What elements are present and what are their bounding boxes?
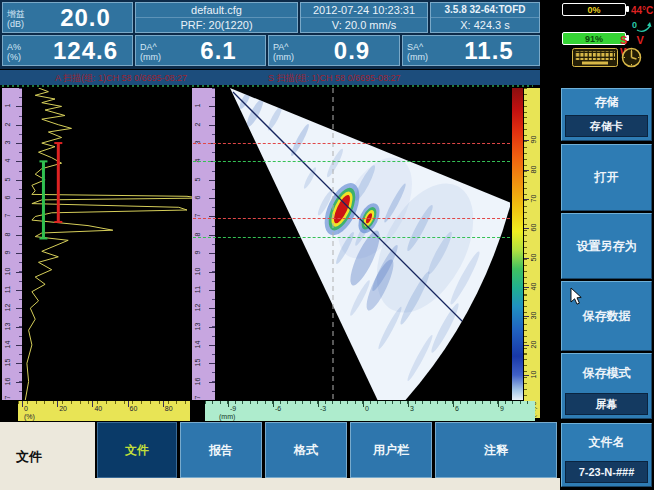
file-name-value[interactable]: 7-23-N-### xyxy=(565,461,648,483)
submenu-userbar-label: 用户栏 xyxy=(373,442,409,459)
da-label: DA^ xyxy=(140,42,157,52)
scan-speed-value: V: 20.0 mm/s xyxy=(301,18,427,32)
bottom-strip xyxy=(95,478,560,490)
ruler-tick xyxy=(57,401,58,407)
ruler-tick-label: 30 xyxy=(530,310,537,322)
ruler-tick xyxy=(128,401,129,407)
sidebar-button-save-setup-as[interactable]: 设置另存为 xyxy=(561,213,652,279)
save-setup-as-label: 设置另存为 xyxy=(562,214,651,278)
ruler-tick-label: -6 xyxy=(275,405,281,412)
s-scan-display[interactable] xyxy=(215,88,510,400)
prf-value: PRF: 20(1220) xyxy=(136,18,297,32)
mouse-cursor xyxy=(570,287,583,310)
s-scan-gate-line xyxy=(193,237,510,238)
ruler-tick-label: 9 xyxy=(4,248,11,258)
x-position-value: X: 424.3 s xyxy=(431,18,539,32)
s-scan-depth-ruler: 1234567891011121314151617(mm) xyxy=(192,88,215,400)
datetime-readout: 2012-07-24 10:23:31 V: 20.0 mm/s xyxy=(300,2,428,33)
submenu-file-label: 文件 xyxy=(125,442,149,459)
gain-value: 20.0 xyxy=(43,4,132,32)
pa-unit: (mm) xyxy=(273,52,294,62)
config-file-name: default.cfg xyxy=(136,3,297,18)
sa-readout: SA^(mm) 11.5 xyxy=(402,35,540,66)
sidebar-button-save-mode[interactable]: 保存模式 屏幕 xyxy=(561,353,652,419)
sidebar-button-open[interactable]: 打开 xyxy=(561,144,652,211)
store-target-value[interactable]: 存储卡 xyxy=(565,115,648,137)
ruler-tick xyxy=(453,401,454,407)
ruler-tick xyxy=(498,401,499,407)
amplitude-scale-ruler: 9080706050403020100(%) xyxy=(524,88,540,418)
ruler-tick-label: 40 xyxy=(530,280,537,292)
da-unit: (mm) xyxy=(140,52,161,62)
submenu-button-report[interactable]: 报告 xyxy=(180,422,262,478)
ruler-tick xyxy=(273,401,274,407)
ruler-tick xyxy=(228,401,229,407)
submenu-button-userbar[interactable]: 用户栏 xyxy=(350,422,432,478)
ruler-tick-label: -9 xyxy=(230,405,236,412)
a-scan-trace xyxy=(22,88,192,400)
a-percent-readout: A%(%) 124.6 xyxy=(2,35,133,66)
ruler-minor-ticks xyxy=(524,88,527,406)
ruler-tick xyxy=(524,316,529,317)
sidebar-button-file-name[interactable]: 文件名 7-23-N-### xyxy=(561,423,652,487)
ruler-tick xyxy=(524,140,529,141)
a-percent-unit: (%) xyxy=(7,52,21,62)
ruler-tick-label: 9 xyxy=(500,405,504,412)
ruler-tick-label: 4 xyxy=(4,156,11,166)
ruler-unit-label: (%) xyxy=(24,413,35,420)
sidebar-button-store[interactable]: 存储 存储卡 xyxy=(561,88,652,141)
da-value: 6.1 xyxy=(176,37,265,65)
ruler-tick-label: 12 xyxy=(4,303,11,313)
save-mode-value[interactable]: 屏幕 xyxy=(565,393,648,415)
ruler-tick-label: 15 xyxy=(4,358,11,368)
s-scan-title: S 扫描(组: 1)CH 58 0/6695-08:27 xyxy=(268,72,401,85)
ruler-tick xyxy=(163,401,164,407)
keyboard-icon xyxy=(572,48,618,71)
ruler-tick-label: 10 xyxy=(194,266,201,276)
scan-top-marker-line xyxy=(2,85,533,87)
ruler-tick-label: 13 xyxy=(194,321,201,331)
ruler-tick-label: 7 xyxy=(4,211,11,221)
version-readout: 3.5.8 32-64:TOFD X: 424.3 s xyxy=(430,2,540,33)
ruler-tick-label: 3 xyxy=(4,138,11,148)
gain-readout: 增益(dB) 20.0 xyxy=(2,2,133,33)
a-percent-value: 124.6 xyxy=(43,37,132,65)
submenu-notes-label: 注释 xyxy=(484,442,508,459)
ruler-unit-label: (mm) xyxy=(219,413,235,420)
sa-value: 11.5 xyxy=(443,37,539,65)
submenu-button-file[interactable]: 文件 xyxy=(97,422,177,478)
ruler-tick xyxy=(524,170,529,171)
submenu-button-notes[interactable]: 注释 xyxy=(435,422,557,478)
ruler-tick xyxy=(524,199,529,200)
open-label: 打开 xyxy=(562,145,651,210)
ruler-tick-label: 70 xyxy=(530,192,537,204)
s-scan-index-ruler: -9-6-3036912(mm) xyxy=(205,401,535,421)
ruler-tick xyxy=(92,401,93,407)
ruler-tick-label: 14 xyxy=(4,339,11,349)
ruler-tick-label: 80 xyxy=(165,405,173,412)
ruler-tick-label: 6 xyxy=(455,405,459,412)
ruler-minor-ticks xyxy=(18,401,190,404)
battery2-indicator: 91% xyxy=(562,32,626,45)
ruler-tick-label: -3 xyxy=(320,405,326,412)
menu-tab-file[interactable]: 文件 xyxy=(0,422,95,490)
a-scan-display[interactable] xyxy=(22,88,192,400)
ruler-tick xyxy=(524,228,529,229)
store-label: 存储 xyxy=(562,89,651,115)
ruler-tick xyxy=(524,375,529,376)
submenu-button-format[interactable]: 格式 xyxy=(265,422,347,478)
s-scan-sector xyxy=(215,88,510,400)
ruler-tick-label: 10 xyxy=(530,368,537,380)
ruler-tick xyxy=(524,258,529,259)
ruler-tick xyxy=(318,401,319,407)
datetime-value: 2012-07-24 10:23:31 xyxy=(301,3,427,18)
amplitude-colorbar xyxy=(512,88,523,400)
ruler-tick-label: 20 xyxy=(530,339,537,351)
gain-label: 增益 xyxy=(7,9,25,19)
ruler-tick-label: 3 xyxy=(410,405,414,412)
ruler-tick-label: 16 xyxy=(194,376,201,386)
ruler-tick-label: 16 xyxy=(4,376,11,386)
save-mode-label: 保存模式 xyxy=(562,354,651,393)
ruler-tick-label: 2 xyxy=(194,119,201,129)
ruler-tick-label: 20 xyxy=(59,405,67,412)
